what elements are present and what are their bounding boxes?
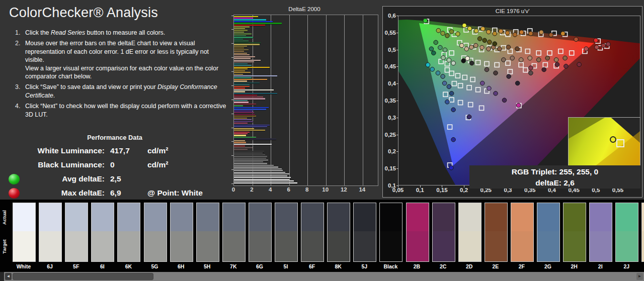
cie-measured-point[interactable] <box>434 40 438 45</box>
cie-measured-point[interactable] <box>459 43 464 48</box>
deltae-bar[interactable] <box>234 51 244 52</box>
cie-measured-point[interactable] <box>584 47 589 51</box>
cie-measured-point[interactable] <box>574 37 579 42</box>
cie-measured-point[interactable] <box>595 45 599 50</box>
cie-measured-point[interactable] <box>451 137 456 142</box>
cie-measured-point[interactable] <box>445 34 450 38</box>
deltae-bar[interactable] <box>234 138 276 139</box>
deltae-bar[interactable] <box>234 114 255 115</box>
deltae-bar[interactable] <box>234 111 253 112</box>
deltae-bar[interactable] <box>234 39 243 40</box>
deltae-bar[interactable] <box>234 105 243 106</box>
cie-measured-point[interactable] <box>539 30 544 35</box>
deltae-bar[interactable] <box>234 35 246 36</box>
cie-measured-point[interactable] <box>564 64 569 68</box>
cie-measured-point[interactable] <box>467 26 472 31</box>
deltae-bar[interactable] <box>234 163 267 164</box>
cie-measured-point[interactable] <box>519 30 524 35</box>
deltae-bar[interactable] <box>234 98 265 99</box>
cie-measured-point[interactable] <box>594 38 598 43</box>
cie-measured-point[interactable] <box>545 56 550 60</box>
deltae-bar[interactable] <box>234 74 243 75</box>
deltae-bar[interactable] <box>234 175 287 176</box>
cie-measured-point[interactable] <box>451 108 456 112</box>
cie-measured-point[interactable] <box>473 43 478 48</box>
deltae-bar[interactable] <box>234 173 289 174</box>
cie-measured-point[interactable] <box>441 31 445 36</box>
scroll-right-arrow-icon[interactable]: ► <box>636 273 643 280</box>
deltae-bar[interactable] <box>234 159 268 160</box>
deltae-bar[interactable] <box>234 126 267 127</box>
cie-measured-point[interactable] <box>449 91 454 96</box>
cie-measured-point[interactable] <box>447 84 451 89</box>
cie-measured-point[interactable] <box>498 47 502 51</box>
deltae-bar[interactable] <box>234 107 269 108</box>
cie-measured-point[interactable] <box>462 23 467 28</box>
deltae-bar[interactable] <box>234 123 248 124</box>
cie-measured-point[interactable] <box>493 42 497 46</box>
cie-measured-point[interactable] <box>456 32 460 36</box>
deltae-bar[interactable] <box>234 58 251 59</box>
deltae-bar[interactable] <box>234 65 252 66</box>
deltae-bar[interactable] <box>234 40 249 41</box>
deltae-bar[interactable] <box>234 67 270 68</box>
deltae-bar[interactable] <box>234 56 255 57</box>
deltae-bar[interactable] <box>234 82 260 83</box>
cie-measured-point[interactable] <box>549 33 553 37</box>
cie-measured-point[interactable] <box>436 71 440 75</box>
deltae-bar[interactable] <box>234 21 273 22</box>
cie-measured-point[interactable] <box>430 67 435 72</box>
deltae-bar[interactable] <box>234 128 254 129</box>
cie-measured-point[interactable] <box>485 67 489 72</box>
deltae-bar[interactable] <box>234 77 252 78</box>
cie-measured-point[interactable] <box>487 30 491 34</box>
cie-measured-point[interactable] <box>502 58 506 62</box>
cie-measured-point[interactable] <box>442 81 447 85</box>
deltae-bar[interactable] <box>234 37 253 38</box>
deltae-bar[interactable] <box>234 18 253 19</box>
cie-measured-point[interactable] <box>423 19 428 23</box>
cie-measured-point[interactable] <box>429 47 434 51</box>
deltae-bar[interactable] <box>234 144 272 145</box>
deltae-bar[interactable] <box>234 145 245 146</box>
cie-measured-point[interactable] <box>513 33 517 37</box>
deltae-bar[interactable] <box>234 23 282 24</box>
deltae-bar[interactable] <box>234 156 267 157</box>
deltae-bar[interactable] <box>234 84 250 85</box>
deltae-bar[interactable] <box>234 121 253 122</box>
deltae-bar[interactable] <box>234 142 246 143</box>
cie-measured-point[interactable] <box>426 63 430 67</box>
deltae-bar[interactable] <box>234 180 294 181</box>
deltae-bar[interactable] <box>234 133 248 134</box>
cie-measured-point[interactable] <box>470 61 474 65</box>
deltae-bar[interactable] <box>234 182 297 183</box>
cie-measured-point[interactable] <box>480 81 485 85</box>
deltae-bar[interactable] <box>234 25 265 26</box>
cie-measured-point[interactable] <box>507 74 511 79</box>
cie-measured-point[interactable] <box>529 32 533 36</box>
cie-measured-point[interactable] <box>487 47 491 51</box>
cie-measured-point[interactable] <box>494 71 498 75</box>
cie-measured-point[interactable] <box>477 37 482 41</box>
cie-measured-point[interactable] <box>488 40 492 44</box>
deltae-bar[interactable] <box>234 26 250 27</box>
cie-measured-point[interactable] <box>529 66 533 70</box>
deltae-bar[interactable] <box>234 132 250 133</box>
cie-measured-point[interactable] <box>601 43 606 48</box>
deltae-bar[interactable] <box>234 172 285 173</box>
deltae-bar[interactable] <box>234 60 261 61</box>
cie-measured-point[interactable] <box>563 56 568 60</box>
cie-measured-point[interactable] <box>515 47 520 51</box>
deltae-bar[interactable] <box>234 19 266 20</box>
deltae-bar[interactable] <box>234 168 282 169</box>
cie-measured-point[interactable] <box>441 56 446 60</box>
deltae-bar[interactable] <box>234 151 264 152</box>
deltae-bar[interactable] <box>234 93 277 94</box>
cie-measured-point[interactable] <box>465 56 470 61</box>
cie-measured-point[interactable] <box>542 67 546 72</box>
deltae-bar[interactable] <box>234 46 247 47</box>
deltae-bar[interactable] <box>234 118 247 119</box>
cie-measured-point[interactable] <box>502 98 507 103</box>
cie-measured-point[interactable] <box>493 32 497 36</box>
deltae-bar[interactable] <box>234 135 246 136</box>
